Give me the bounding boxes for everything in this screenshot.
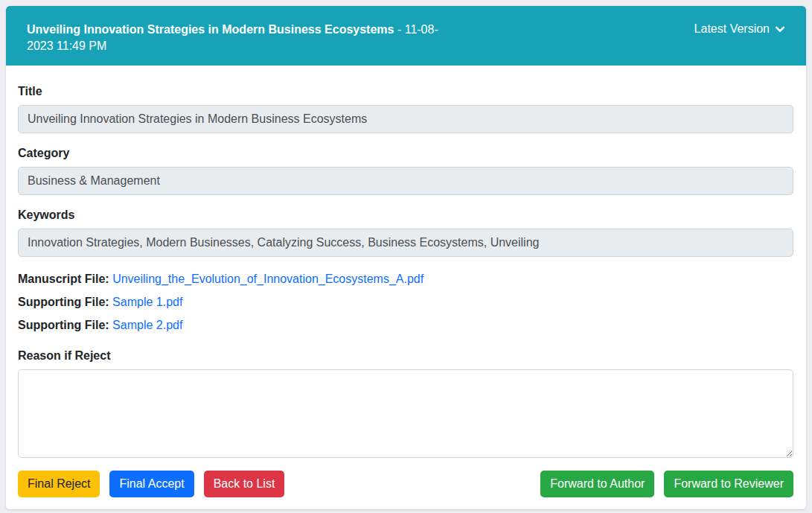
reason-if-reject-textarea[interactable] (18, 369, 793, 458)
manuscript-file-row: Manuscript File: Unveiling_the_Evolution… (18, 272, 793, 287)
manuscript-file-link[interactable]: Unveiling_the_Evolution_of_Innovation_Ec… (112, 273, 423, 285)
forward-button-group: Forward to Author Forward to Reviewer (540, 471, 793, 497)
card-body: Title Category Keywords Manuscript File:… (6, 66, 806, 509)
submission-card: Unveiling Innovation Strategies in Moder… (6, 6, 806, 509)
title-label: Title (18, 84, 793, 98)
manuscript-file-label: Manuscript File: (18, 273, 109, 285)
submission-title: Unveiling Innovation Strategies in Moder… (27, 23, 394, 36)
supporting-file-row: Supporting File: Sample 2.pdf (18, 318, 793, 333)
supporting-file-row: Supporting File: Sample 1.pdf (18, 295, 793, 310)
button-row: Final Reject Final Accept Back to List F… (18, 471, 793, 497)
page-background: Unveiling Innovation Strategies in Moder… (0, 0, 812, 513)
submission-heading: Unveiling Innovation Strategies in Moder… (27, 22, 444, 54)
decision-button-group: Final Reject Final Accept Back to List (18, 471, 284, 497)
forward-to-reviewer-button[interactable]: Forward to Reviewer (664, 471, 793, 497)
final-accept-button[interactable]: Final Accept (109, 471, 194, 497)
card-header: Unveiling Innovation Strategies in Moder… (6, 6, 806, 66)
forward-to-author-button[interactable]: Forward to Author (540, 471, 654, 497)
category-input[interactable] (18, 167, 793, 195)
version-dropdown-label: Latest Version (694, 22, 770, 36)
final-reject-button[interactable]: Final Reject (18, 471, 100, 497)
title-date-separator: - (394, 23, 404, 36)
supporting-file-label: Supporting File: (18, 319, 109, 331)
version-dropdown[interactable]: Latest Version (694, 22, 785, 36)
chevron-down-icon (775, 24, 785, 34)
reason-if-reject-label: Reason if Reject (18, 348, 793, 363)
back-to-list-button[interactable]: Back to List (204, 471, 285, 497)
keywords-label: Keywords (18, 208, 793, 222)
supporting-file-1-link[interactable]: Sample 1.pdf (112, 296, 182, 308)
category-label: Category (18, 146, 793, 160)
keywords-input[interactable] (18, 229, 793, 257)
supporting-file-label: Supporting File: (18, 296, 109, 308)
title-input[interactable] (18, 105, 793, 133)
supporting-file-2-link[interactable]: Sample 2.pdf (112, 319, 182, 331)
